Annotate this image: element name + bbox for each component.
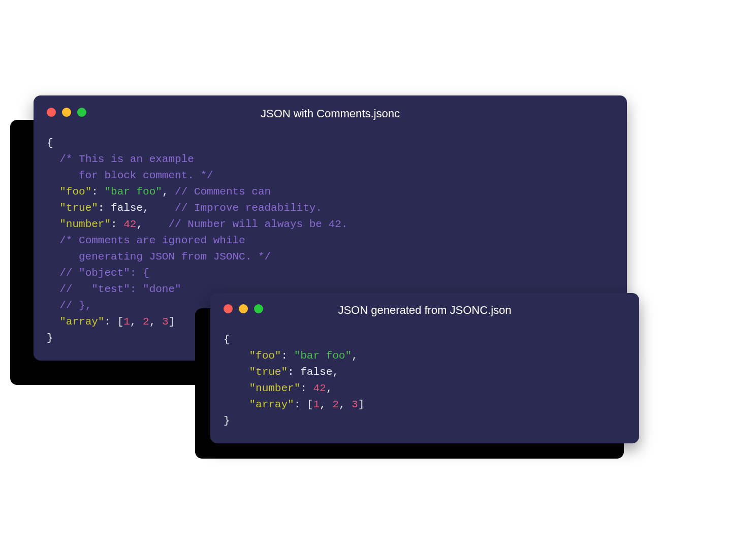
code-line: "true": false, // Improve readability. (47, 200, 614, 216)
token-punct: : [ (104, 316, 123, 328)
token-punct: , (339, 399, 352, 410)
token-num: 3 (162, 316, 169, 328)
token-key: "foo" (249, 350, 281, 362)
token-pad (47, 186, 59, 198)
minimize-icon[interactable] (239, 304, 248, 313)
token-pad (47, 202, 59, 214)
token-punct: , (352, 350, 358, 362)
traffic-lights (47, 108, 86, 117)
token-punct: , (143, 202, 175, 214)
token-comment: // "test": "done" (59, 283, 181, 295)
token-comment: // "object": { (59, 267, 149, 279)
token-pad (224, 350, 249, 362)
token-str: "bar foo" (104, 186, 162, 198)
window-title: JSON generated from JSONC.json (224, 303, 626, 316)
token-comment: // Improve readability. (175, 202, 322, 214)
token-num: 2 (332, 399, 339, 410)
token-num: 1 (313, 399, 320, 410)
token-bool: false (300, 366, 332, 378)
token-punct: : (288, 366, 300, 378)
token-pad (47, 170, 79, 181)
token-num: 3 (352, 399, 358, 410)
code-line: // "object": { (47, 265, 614, 281)
token-key: "array" (249, 399, 294, 410)
token-punct: ] (169, 316, 175, 328)
token-punct: , (130, 316, 143, 328)
token-punct: , (149, 316, 162, 328)
token-punct: } (224, 415, 230, 427)
token-str: "bar foo" (294, 350, 352, 362)
token-comment: // Number will always be 42. (169, 218, 348, 230)
token-punct: ] (358, 399, 365, 410)
code-block: { "foo": "bar foo", "true": false, "numb… (224, 332, 626, 429)
token-pad (47, 267, 59, 279)
code-line: { (47, 135, 614, 151)
token-num: 42 (123, 218, 136, 230)
token-comment: generating JSON from JSONC. */ (79, 251, 271, 263)
close-icon[interactable] (224, 304, 233, 313)
titlebar: JSON with Comments.jsonc (47, 107, 614, 121)
token-num: 2 (143, 316, 149, 328)
code-line: "true": false, (224, 364, 626, 380)
token-key: "true" (59, 202, 98, 214)
code-line: /* Comments are ignored while (47, 233, 614, 249)
token-key: "number" (249, 382, 300, 394)
titlebar: JSON generated from JSONC.json (224, 303, 626, 317)
token-punct: : (300, 382, 313, 394)
token-punct: , (320, 399, 332, 410)
token-comment: /* Comments are ignored while (59, 235, 245, 246)
token-key: "true" (249, 366, 288, 378)
stage: JSON with Comments.jsonc { /* This is an… (0, 0, 756, 549)
token-pad (47, 235, 59, 246)
code-line: "foo": "bar foo", // Comments can (47, 184, 614, 200)
token-punct: : (98, 202, 111, 214)
code-line: "number": 42, // Number will always be 4… (47, 216, 614, 233)
token-punct: : (281, 350, 294, 362)
code-line: /* This is an example (47, 151, 614, 168)
zoom-icon[interactable] (254, 304, 263, 313)
token-pad (47, 218, 59, 230)
code-line: for block comment. */ (47, 168, 614, 184)
token-pad (224, 382, 249, 394)
code-line: { (224, 332, 626, 348)
code-line: generating JSON from JSONC. */ (47, 249, 614, 265)
window-title: JSON with Comments.jsonc (47, 107, 614, 120)
token-punct: , (326, 382, 333, 394)
minimize-icon[interactable] (62, 108, 71, 117)
token-pad (224, 366, 249, 378)
token-pad (47, 283, 59, 295)
token-punct: : (91, 186, 104, 198)
token-punct: } (47, 332, 53, 344)
token-key: "array" (59, 316, 104, 328)
token-punct: : [ (294, 399, 313, 410)
token-comment: /* This is an example (59, 153, 194, 165)
token-key: "foo" (59, 186, 91, 198)
token-pad (47, 251, 79, 263)
token-pad (47, 300, 59, 311)
token-pad (47, 153, 59, 165)
token-bool: false (111, 202, 143, 214)
token-punct: , (136, 218, 168, 230)
token-punct: { (47, 137, 53, 149)
editor-window-json: JSON generated from JSONC.json { "foo": … (210, 293, 639, 443)
code-line: "foo": "bar foo", (224, 348, 626, 364)
code-line: "number": 42, (224, 380, 626, 397)
token-pad (224, 399, 249, 410)
token-punct: { (224, 334, 230, 345)
token-pad (47, 316, 59, 328)
token-punct: , (332, 366, 339, 378)
token-comment: for block comment. */ (79, 170, 213, 181)
token-num: 42 (313, 382, 326, 394)
traffic-lights (224, 304, 263, 313)
token-punct: : (111, 218, 123, 230)
token-num: 1 (123, 316, 130, 328)
token-key: "number" (59, 218, 111, 230)
token-punct: , (162, 186, 175, 198)
zoom-icon[interactable] (77, 108, 86, 117)
code-line: "array": [1, 2, 3] (224, 397, 626, 413)
close-icon[interactable] (47, 108, 56, 117)
token-comment: // Comments can (175, 186, 271, 198)
token-comment: // }, (59, 300, 91, 311)
code-line: } (224, 413, 626, 429)
